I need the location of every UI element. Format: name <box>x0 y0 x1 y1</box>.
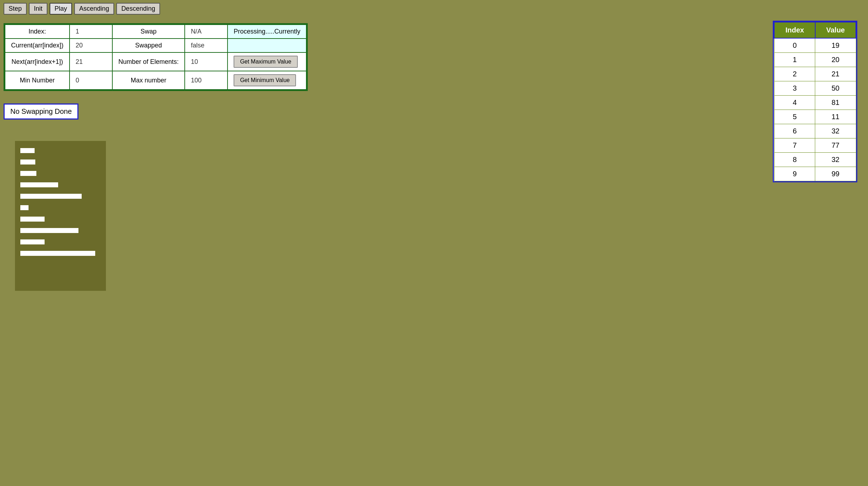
current-label: Current(arr[index]) <box>5 39 70 52</box>
play-btn[interactable]: Play <box>50 3 72 15</box>
table-row-3: Next(arr[index+1]) 21 Number of Elements… <box>5 52 306 71</box>
right-table-index-cell: 9 <box>774 167 815 181</box>
right-table-value-cell: 11 <box>815 110 856 124</box>
bar-row <box>20 239 101 244</box>
bar-chart <box>15 141 106 291</box>
ascending-btn[interactable]: Ascending <box>74 3 114 15</box>
right-table-value-cell: 21 <box>815 67 856 81</box>
swapped-label: Swapped <box>112 39 185 52</box>
right-table-body: 019120221350481511632777832999 <box>774 38 856 181</box>
right-table-row: 777 <box>774 138 856 153</box>
min-number-value: 0 <box>70 71 112 90</box>
table-row-4: Min Number 0 Max number 100 Get Minimum … <box>5 71 306 90</box>
processing-label: Processing.....Currently <box>228 25 306 39</box>
right-table-header-row: Index Value <box>774 22 856 38</box>
right-table-index-cell: 4 <box>774 96 815 110</box>
bar-row <box>20 182 101 187</box>
no-swap-box: No Swapping Done <box>4 103 78 120</box>
index-value: 1 <box>70 25 112 39</box>
step-btn[interactable]: Step <box>4 3 27 15</box>
right-table-row: 019 <box>774 38 856 53</box>
max-number-value: 100 <box>185 71 228 90</box>
bar-row <box>20 160 101 164</box>
init-btn[interactable]: Init <box>29 3 47 15</box>
right-table-index-cell: 7 <box>774 138 815 153</box>
right-table-row: 999 <box>774 167 856 181</box>
right-table-value-cell: 81 <box>815 96 856 110</box>
right-table-index-cell: 0 <box>774 38 815 53</box>
right-table-row: 120 <box>774 53 856 67</box>
bar <box>20 205 29 210</box>
bar <box>20 182 58 187</box>
info-table: Index: 1 Swap N/A Processing.....Current… <box>5 24 307 90</box>
right-table-row: 481 <box>774 96 856 110</box>
num-elements-value: 10 <box>185 52 228 71</box>
no-swap-label: No Swapping Done <box>10 107 72 115</box>
bar <box>20 194 82 199</box>
bar-row <box>20 205 101 210</box>
right-table-index-cell: 8 <box>774 153 815 167</box>
toolbar: StepInitPlayAscendingDescending <box>0 0 868 17</box>
min-number-label: Min Number <box>5 71 70 90</box>
bar <box>20 171 36 176</box>
info-table-wrapper: Index: 1 Swap N/A Processing.....Current… <box>4 23 308 91</box>
get-min-cell: Get Minimum Value <box>228 71 306 90</box>
bar <box>20 148 35 153</box>
right-table-index-cell: 6 <box>774 124 815 138</box>
right-table-row: 632 <box>774 124 856 138</box>
swapped-value: false <box>185 39 228 52</box>
num-elements-label: Number of Elements: <box>112 52 185 71</box>
bar-row <box>20 194 101 199</box>
right-table: Index Value 0191202213504815116327778329… <box>774 22 856 181</box>
right-table-wrapper: Index Value 0191202213504815116327778329… <box>773 21 857 182</box>
bar <box>20 228 78 233</box>
index-label: Index: <box>5 25 70 39</box>
get-min-button[interactable]: Get Minimum Value <box>234 74 296 86</box>
right-table-row: 350 <box>774 81 856 96</box>
next-value: 21 <box>70 52 112 71</box>
bar-row <box>20 251 101 256</box>
table-row-2: Current(arr[index]) 20 Swapped false <box>5 39 306 52</box>
right-table-value-cell: 32 <box>815 153 856 167</box>
swap-label: Swap <box>112 25 185 39</box>
bar-row <box>20 148 101 153</box>
right-table-index-header: Index <box>774 22 815 38</box>
swap-value: N/A <box>185 25 228 39</box>
right-table-value-cell: 50 <box>815 81 856 96</box>
right-table-row: 511 <box>774 110 856 124</box>
current-value: 20 <box>70 39 112 52</box>
bar-row <box>20 171 101 176</box>
right-table-index-cell: 1 <box>774 53 815 67</box>
bar <box>20 251 95 256</box>
right-table-index-cell: 2 <box>774 67 815 81</box>
table-row-1: Index: 1 Swap N/A Processing.....Current… <box>5 25 306 39</box>
right-table-row: 221 <box>774 67 856 81</box>
right-table-index-cell: 5 <box>774 110 815 124</box>
get-max-button[interactable]: Get Maximum Value <box>234 56 298 68</box>
processing-value <box>228 39 306 52</box>
get-max-cell: Get Maximum Value <box>228 52 306 71</box>
right-table-row: 832 <box>774 153 856 167</box>
bar-row <box>20 228 101 233</box>
right-table-value-cell: 32 <box>815 124 856 138</box>
bar <box>20 217 45 222</box>
next-label: Next(arr[index+1]) <box>5 52 70 71</box>
bar <box>20 239 45 244</box>
descending-btn[interactable]: Descending <box>116 3 160 15</box>
right-table-value-header: Value <box>815 22 856 38</box>
max-number-label: Max number <box>112 71 185 90</box>
bar <box>20 160 35 164</box>
right-table-value-cell: 99 <box>815 167 856 181</box>
right-table-value-cell: 19 <box>815 38 856 53</box>
right-table-value-cell: 20 <box>815 53 856 67</box>
bar-row <box>20 217 101 222</box>
right-table-index-cell: 3 <box>774 81 815 96</box>
right-table-value-cell: 77 <box>815 138 856 153</box>
